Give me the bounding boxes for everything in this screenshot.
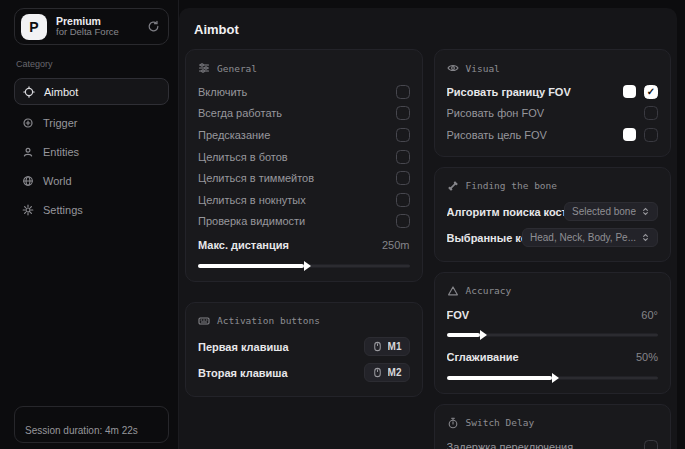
bone-algorithm-select[interactable]: Selected bone [564,202,658,221]
session-duration-text: Session duration: 4m 22s [25,425,138,436]
general-card: General Включить Всегда работать Предска… [185,49,423,282]
sidebar-item-aimbot[interactable]: Aimbot [14,78,169,105]
product-logo: P [21,14,47,40]
switch-delay-card: Switch Delay Задержка переключения Задер… [434,404,672,449]
general-card-title: General [198,58,410,78]
mouse-icon [372,341,383,352]
toggle-row: Целиться в тиммейтов [198,167,410,189]
toggle-row: Всегда работать [198,103,410,125]
entities-icon [22,146,34,158]
visual-card: Visual Рисовать границу FOV Рисовать фон… [434,49,672,157]
unfold-icon [641,233,650,242]
smoothing-value: 50% [636,351,658,363]
visual-card-title: Visual [447,58,659,78]
trigger-icon [22,117,34,129]
fov-border-color-swatch[interactable] [623,85,636,98]
session-duration: Session duration: 4m 22s [14,406,169,443]
activation-card-title: Activation buttons [198,311,410,331]
toggle-row: Предсказание [198,124,410,146]
product-subtitle: for Delta Force [56,27,138,38]
selected-bones-row: Выбранные кости Head, Neck, Body, Pe... [447,225,659,251]
sidebar-item-world[interactable]: World [14,167,169,194]
category-label: Category [16,59,169,69]
target-bots-checkbox[interactable] [396,150,410,164]
visual-row: Рисовать фон FOV [447,103,659,125]
fov-row: FOV 60° [447,304,659,326]
max-distance-value: 250m [382,239,410,251]
eye-icon [447,62,459,74]
sidebar-item-trigger[interactable]: Trigger [14,109,169,136]
product-card: P Premium for Delta Force [14,8,169,45]
accuracy-card-title: Accuracy [447,281,659,301]
crosshair-icon [23,86,35,98]
max-distance-row: Макс. дистанция 250m [198,234,410,256]
accuracy-card: Accuracy FOV 60° Сглаживание 50% [434,272,672,394]
sync-icon[interactable] [147,20,160,33]
fov-target-color-swatch[interactable] [623,128,636,141]
always-work-checkbox[interactable] [396,106,410,120]
finding-bone-card-title: Finding the bone [447,176,659,196]
prediction-checkbox[interactable] [396,128,410,142]
finding-bone-card: Finding the bone Алгоритм поиска кости S… [434,167,672,262]
sidebar-item-label: Aimbot [44,86,78,98]
target-teammates-checkbox[interactable] [396,171,410,185]
activation-buttons-card: Activation buttons Первая клавиша M1 [185,302,423,397]
toggle-row: Целиться в нокнутых [198,189,410,211]
second-key-button[interactable]: M2 [364,363,410,382]
toggle-row: Проверка видимости [198,211,410,233]
slider-thumb[interactable] [480,330,487,340]
bone-algorithm-row: Алгоритм поиска кости Selected bone [447,199,659,225]
toggle-row: Включить [198,81,410,103]
visual-row: Рисовать цель FOV [447,124,659,146]
sidebar-item-label: Entities [43,146,79,158]
keybind-row: Первая клавиша M1 [198,334,410,360]
keybind-row: Вторая клавиша M2 [198,360,410,386]
switch-delay-toggle-row: Задержка переключения [447,436,659,449]
max-distance-slider[interactable] [198,261,410,271]
timer-icon [447,417,459,429]
visibility-check-checkbox[interactable] [396,214,410,228]
enable-checkbox[interactable] [396,85,410,99]
smoothing-slider[interactable] [447,373,659,383]
unfold-icon [641,207,650,216]
first-key-button[interactable]: M1 [364,337,410,356]
slider-thumb[interactable] [304,261,311,271]
fov-slider[interactable] [447,330,659,340]
draw-fov-border-checkbox[interactable] [644,85,658,99]
bone-icon [447,180,459,192]
sidebar-item-settings[interactable]: Settings [14,196,169,223]
keyboard-icon [198,315,210,327]
sidebar-item-label: Trigger [43,117,77,129]
main-panel: Aimbot General Включить [179,8,677,449]
toggle-row: Целиться в ботов [198,146,410,168]
page-title: Aimbot [194,22,671,37]
draw-fov-target-checkbox[interactable] [644,128,658,142]
switch-delay-checkbox[interactable] [644,440,658,449]
sidebar: P Premium for Delta Force Category Aimbo… [0,0,179,449]
sidebar-item-label: Settings [43,204,83,216]
globe-icon [22,175,34,187]
selected-bones-select[interactable]: Head, Neck, Body, Pe... [522,228,658,247]
target-knocked-checkbox[interactable] [396,193,410,207]
smoothing-row: Сглаживание 50% [447,346,659,368]
sliders-icon [198,62,210,74]
visual-row: Рисовать границу FOV [447,81,659,103]
gear-icon [22,204,34,216]
draw-fov-background-checkbox[interactable] [644,106,658,120]
sidebar-item-entities[interactable]: Entities [14,138,169,165]
mouse-icon [372,367,383,378]
sidebar-item-label: World [43,175,72,187]
slider-thumb[interactable] [552,373,559,383]
switch-delay-card-title: Switch Delay [447,413,659,433]
triangle-icon [447,285,459,297]
fov-value: 60° [641,309,658,321]
